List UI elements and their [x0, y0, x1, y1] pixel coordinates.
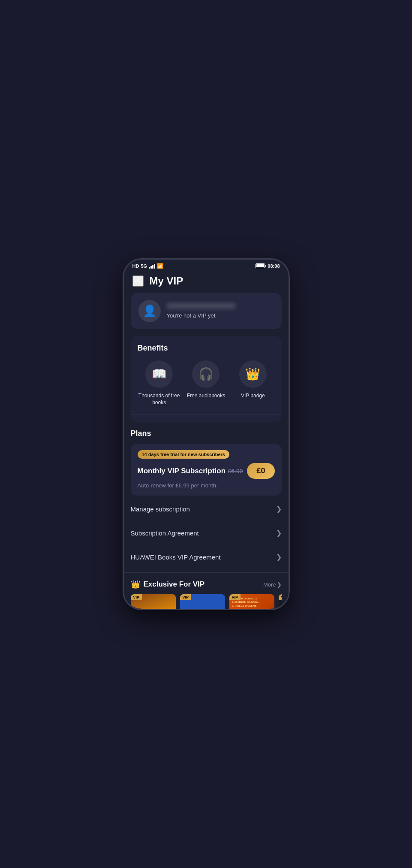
user-card: 👤 You're not a VIP yet — [131, 293, 282, 329]
original-price: £6.99 — [228, 468, 243, 475]
book-card-lovecraft[interactable]: VI LOVECRA... — [279, 594, 282, 608]
chevron-right-icon: ❯ — [276, 505, 282, 513]
more-label: More — [263, 581, 276, 588]
book-icon: 📖 — [152, 367, 167, 381]
status-bar: HD 5G 📶 08:08 — [124, 260, 289, 271]
wifi-icon: 📶 — [157, 263, 163, 269]
subscribe-button[interactable]: £0 — [247, 463, 274, 479]
content: 👤 You're not a VIP yet Benefits 📖 Tho — [124, 293, 289, 423]
vip-badge: VIP — [180, 594, 192, 600]
book-card-black[interactable]: VIP THE BLACK 🕯 — [180, 594, 225, 608]
exclusive-title: Exclusive For VIP — [144, 580, 205, 589]
signal-label: 5G — [141, 263, 147, 269]
vip-badge: VIP — [131, 594, 142, 600]
more-link[interactable]: More ❯ — [263, 581, 282, 588]
plan-name: Monthly VIP Subscription — [138, 467, 226, 475]
phone-inner: HD 5G 📶 08:08 ← My VIP — [124, 260, 289, 609]
menu-item-subscription-agreement[interactable]: Subscription Agreement ❯ — [131, 521, 282, 545]
crown-icon: 👑 — [245, 367, 260, 381]
time-label: 08:08 — [268, 263, 280, 269]
chevron-right-icon: ❯ — [276, 553, 282, 561]
plan-card[interactable]: 14 days free trial for new subscribers M… — [131, 444, 282, 496]
signal-bars-icon — [149, 263, 155, 269]
status-right: 08:08 — [256, 263, 280, 269]
vip-badge: VIP — [229, 594, 241, 600]
menu-item-manage-subscription[interactable]: Manage subscription ❯ — [131, 497, 282, 521]
user-info: You're not a VIP yet — [167, 303, 274, 319]
headphones-icon: 🎧 — [198, 367, 214, 381]
plan-price-row: £6.99 £0 — [228, 463, 274, 479]
benefit-label-badge: VIP badge — [241, 392, 265, 399]
benefit-item-badge: 👑 VIP badge — [231, 360, 274, 407]
vip-badge: VI — [279, 594, 282, 600]
benefit-icon-audiobooks-circle: 🎧 — [192, 360, 220, 388]
exclusive-title-row: 👑 Exclusive For VIP — [131, 580, 205, 589]
books-row: VIP Novela SOLO EL VERDADERO VIP THE BLA… — [131, 594, 282, 608]
book-card-solo[interactable]: VIP Novela SOLO EL VERDADERO — [131, 594, 176, 608]
user-status: You're not a VIP yet — [167, 312, 216, 319]
subscription-agreement-label: Subscription Agreement — [131, 529, 199, 537]
book-card-engels[interactable]: VIP FRIEDRICH ENGELSELIZABETH GASKELLCHA… — [229, 594, 274, 608]
exclusive-header: 👑 Exclusive For VIP More ❯ — [131, 580, 282, 589]
benefits-grid: 📖 Thousands of free books 🎧 Free audiobo… — [138, 360, 275, 407]
phone-frame: HD 5G 📶 08:08 ← My VIP — [123, 258, 290, 610]
benefit-icon-books-circle: 📖 — [145, 360, 173, 388]
user-name-blurred — [167, 303, 235, 309]
auto-renew-text: Auto-renew for £6.99 per month. — [138, 482, 275, 489]
avatar: 👤 — [138, 300, 161, 322]
benefits-title: Benefits — [138, 344, 275, 353]
huawei-agreement-label: HUAWEI Books VIP Agreement — [131, 553, 221, 561]
manage-subscription-label: Manage subscription — [131, 505, 190, 513]
menu-section: Manage subscription ❯ Subscription Agree… — [124, 497, 289, 569]
battery-icon — [256, 263, 265, 268]
benefit-icon-badge-circle: 👑 — [239, 360, 267, 388]
page-title: My VIP — [150, 275, 183, 287]
status-left: HD 5G 📶 — [132, 263, 164, 269]
benefit-label-books: Thousands of free books — [138, 392, 181, 407]
more-chevron-icon: ❯ — [277, 581, 282, 588]
plans-section: Plans 14 days free trial for new subscri… — [124, 429, 289, 496]
plan-row: Monthly VIP Subscription £6.99 £0 — [138, 463, 275, 479]
benefit-item-books: 📖 Thousands of free books — [138, 360, 181, 407]
trial-badge: 14 days free trial for new subscribers — [138, 450, 229, 459]
hd-label: HD — [132, 263, 139, 269]
benefit-item-audiobooks: 🎧 Free audiobooks — [184, 360, 228, 407]
header: ← My VIP — [124, 271, 289, 293]
back-button[interactable]: ← — [132, 275, 144, 287]
exclusive-section: 👑 Exclusive For VIP More ❯ VIP Novela SO… — [124, 572, 289, 608]
benefits-divider — [131, 414, 282, 414]
plans-title: Plans — [131, 429, 282, 438]
benefits-card: Benefits 📖 Thousands of free books 🎧 — [131, 336, 282, 423]
chevron-right-icon: ❯ — [276, 529, 282, 537]
benefit-label-audiobooks: Free audiobooks — [187, 392, 225, 399]
exclusive-crown-icon: 👑 — [131, 580, 140, 589]
avatar-icon: 👤 — [143, 304, 156, 318]
menu-item-huawei-agreement[interactable]: HUAWEI Books VIP Agreement ❯ — [131, 545, 282, 569]
